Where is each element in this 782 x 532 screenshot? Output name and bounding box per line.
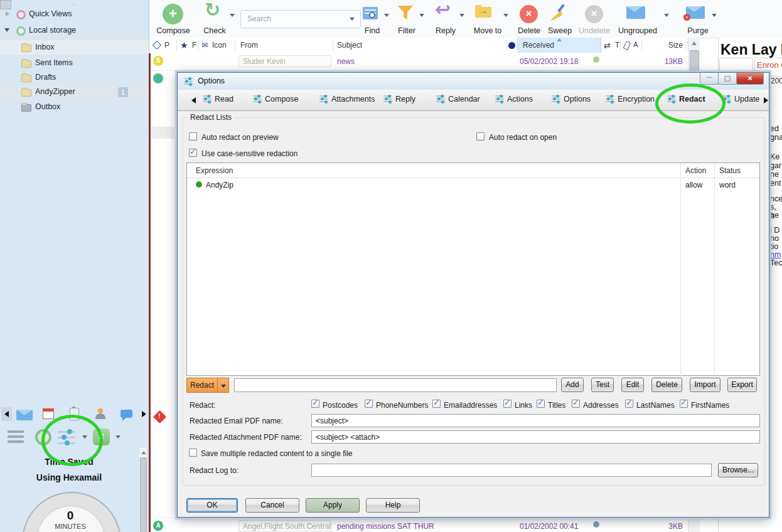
search-dropdown-icon[interactable] [350,18,355,21]
col-expression[interactable]: Expression [196,166,233,175]
ok-button[interactable]: OK [186,498,238,513]
pane-divider[interactable] [149,53,151,532]
attachment-icon[interactable] [623,41,631,50]
column-attach[interactable]: A [633,41,638,48]
tab-options[interactable]: Options [552,95,591,104]
sidebar-item-sent-items[interactable]: Sent Items [0,56,149,70]
strip-next-button[interactable] [142,411,146,417]
tab-compose[interactable]: Compose [253,95,299,104]
swap-icon[interactable]: ⇄ [604,41,611,50]
lastnames-checkbox[interactable]: ✓ [625,400,633,408]
sidebar-item-inbox[interactable]: Inbox [0,40,149,55]
add-button[interactable]: Add [561,378,584,392]
column-read-dot-icon[interactable] [508,42,515,49]
message-row[interactable]: A Angel.Flight.South.Central. pending mi… [149,518,688,532]
titles-checkbox[interactable]: ✓ [537,400,545,408]
sweep-icon[interactable] [550,4,566,23]
phonenumbers-checkbox[interactable]: ✓ [365,400,373,408]
email-pdf-input[interactable]: <subject> [311,414,760,427]
search-input[interactable]: Search [240,10,361,28]
column-received[interactable]: Received [517,38,601,53]
tab-reply[interactable]: Reply [383,95,415,104]
flag-diamond-icon[interactable] [153,41,161,50]
ungrouped-button[interactable]: Ungrouped [611,26,664,35]
sidebar-item-drafts[interactable]: Drafts [0,70,149,85]
ungrouped-icon[interactable] [626,6,645,19]
purge-dropdown-icon[interactable] [712,14,717,17]
sidebar-item-quick-views[interactable]: Quick Views [29,9,72,18]
expression-input[interactable] [234,378,557,392]
column-priority[interactable]: P [164,41,169,50]
col-status[interactable]: Status [719,166,741,175]
links-checkbox[interactable]: ✓ [503,400,512,408]
find-icon[interactable] [363,7,378,19]
check-button[interactable]: Check [188,26,241,35]
tab-actions[interactable]: Actions [495,95,533,104]
case-sensitive-checkbox[interactable]: ✓ [189,149,197,157]
tab-read[interactable]: Read [203,95,233,104]
find-dropdown-icon[interactable] [384,14,389,17]
auto-redact-open-checkbox[interactable] [476,132,485,141]
sidebar-item-andyzipper[interactable]: AndyZipper 1 [0,85,149,99]
splitter-handle-icon[interactable]: ... [69,0,78,6]
star-icon[interactable]: ★ [180,40,188,50]
help-button[interactable]: Help [366,498,420,513]
dropdown-icon[interactable] [115,435,121,439]
firstnames-checkbox[interactable]: ✓ [680,400,688,408]
close-button[interactable]: × [736,73,764,85]
tab-redact[interactable]: Redact [667,95,705,104]
expression-table[interactable]: Expression Action Status AndyZip allow w… [186,162,760,376]
check-dropdown-icon[interactable] [230,14,235,17]
edit-button[interactable]: Edit [621,378,644,392]
save-multiple-checkbox[interactable] [189,449,197,457]
tab-calendar[interactable]: Calendar [436,95,480,104]
menu-icon[interactable] [8,430,24,445]
postcodes-checkbox[interactable]: ✓ [311,400,319,408]
purge-icon[interactable]: × [686,6,705,19]
expander-expanded-icon[interactable] [4,28,9,32]
tab-attachments[interactable]: Attachments [319,95,375,104]
widget-scrollbar[interactable] [139,448,147,532]
minimize-button[interactable]: — [700,73,719,85]
dropdown-icon[interactable] [82,435,87,439]
settings-sliders-icon[interactable] [58,429,79,445]
strip-prev-button[interactable] [1,407,12,421]
cancel-button[interactable]: Cancel [245,498,299,513]
maximize-button[interactable]: ▢ [718,73,737,85]
test-button[interactable]: Test [591,378,614,392]
apply-button[interactable]: Apply [306,498,360,513]
move-to-dropdown-icon[interactable] [503,14,508,17]
browse-button[interactable]: Browse... [718,463,758,477]
emailaddresses-checkbox[interactable]: ✓ [432,400,441,408]
tabs-scroll-right-icon[interactable] [764,97,768,104]
mail-icon[interactable] [16,410,33,420]
reply-icon[interactable]: ↩ [435,0,451,20]
import-button[interactable]: Import [690,378,720,392]
attach-pdf-input[interactable]: <subject> <attach> [311,430,760,444]
delete-button[interactable]: Delete [651,378,682,392]
move-to-icon[interactable]: → [475,7,491,18]
record-widget-icon[interactable] [35,429,51,445]
redact-split-button[interactable]: Redact [186,378,218,393]
tabs-scroll-left-icon[interactable] [191,97,196,104]
expander-collapsed-icon[interactable] [6,11,9,16]
body-link-fragment[interactable]: nm [770,250,781,259]
auto-redact-preview-checkbox[interactable] [189,132,197,141]
message-row[interactable]: S Sluder Kevin news 05/02/2002 19:18 13K… [149,53,688,71]
ungrouped-dropdown-icon[interactable] [664,14,669,17]
addresses-checkbox[interactable]: ✓ [572,400,580,408]
export-button[interactable]: Export [727,378,757,392]
column-size[interactable]: Size [664,41,683,50]
column-flag[interactable]: F [192,41,196,50]
filter-icon[interactable] [398,6,413,19]
reply-dropdown-icon[interactable] [459,14,464,17]
sidebar-item-outbox[interactable]: Outbox [0,100,149,114]
purge-button[interactable]: Purge [672,26,724,35]
clipboard-icon[interactable] [70,408,79,420]
tab-update[interactable]: Update [722,95,759,104]
column-thread[interactable]: T [615,41,619,50]
calendar-icon[interactable] [43,408,54,419]
filter-dropdown-icon[interactable] [419,14,424,17]
chat-icon[interactable] [121,410,132,418]
dialog-title-bar[interactable]: Options [178,73,769,90]
